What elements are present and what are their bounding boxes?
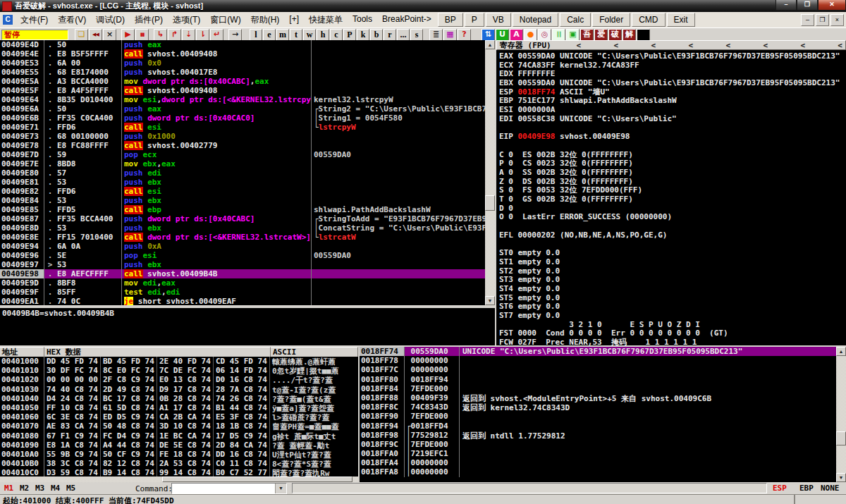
disasm-row[interactable]: 00409E8D.53push ebx│ConcatString = "C:\U… [0,223,485,233]
dump-row[interactable]: 00401000DD 45 FD 74BD 45 FD 742E 40 FD 7… [0,357,358,366]
disasm-row[interactable]: 00409E85.FFD5call ebpshlwapi.PathAddBack… [0,205,485,214]
hex-dump-rows[interactable]: 00401000DD 45 FD 74BD 45 FD 742E 40 FD 7… [0,357,358,477]
spiral-plugin-icon[interactable]: ◎ [538,29,551,41]
disasm-row[interactable]: 00409E96.5Epop esi00559DA0 [0,251,485,260]
dump-row[interactable]: 004010A055 9B C9 7450 CF C9 74FE 18 C8 7… [0,450,358,459]
monitor-plugin-icon[interactable]: ▣ [566,29,580,41]
disasm-row[interactable]: 00409E5F.E8 A4F5FFFFcall svhost.00409408 [0,86,485,95]
dump-row[interactable]: 00401050FF 10 C8 7461 5D C8 74A1 17 C8 7… [0,403,358,412]
dump-row[interactable]: 00401040D4 24 C8 74BC 17 C8 740B 28 C8 7… [0,394,358,403]
unicode-plugin-icon[interactable]: U [496,29,509,41]
menu-item[interactable]: 查看(V) [53,12,91,28]
pause-button[interactable]: ▮▮ [135,29,149,41]
record-plugin-icon[interactable]: ● [524,29,537,41]
register-line[interactable]: T 0 GS 002B 32位 0(FFFFFFFF) [499,195,846,204]
scroll-thumb[interactable] [162,477,352,482]
menu-button-vb[interactable]: VB [486,13,511,27]
disasm-row[interactable]: 00409E9D.8BF8mov edi,eax [0,278,485,288]
dump-row[interactable]: 004010606C 3E C8 74ED D5 C9 74CA 2B CA 7… [0,412,358,422]
stack-row[interactable]: 0018FFA8│00000000 [360,467,836,477]
black-square-icon[interactable] [637,29,650,41]
disasm-row[interactable]: 00409E7D.59pop ecx00559DA0 [0,150,485,159]
dump-row[interactable]: 00401090E8 1A C8 74A4 44 C8 74DE 5E C8 7… [0,441,358,450]
command-input[interactable] [172,484,275,493]
log-window-button[interactable]: l [250,29,262,41]
menu-button-cmd[interactable]: CMD [632,13,665,27]
indicator-ebp[interactable]: EBP [799,484,814,493]
close-button[interactable]: ✕ [818,0,846,11]
scroll-up-icon[interactable]: ▲ [836,347,846,356]
disasm-row[interactable]: 00409E78.E8 FC88FFFFcall svhost.00402779 [0,141,485,150]
executables-window-button[interactable]: e [263,29,276,41]
mdi-minimize-button[interactable]: – [801,14,814,26]
stack-row[interactable]: 0018FFA0│7219EFC1 [360,449,836,458]
disasm-row[interactable]: 00409E73.68 00100000push 0x1000 [0,132,485,141]
disasm-row[interactable]: 00409E55.68 E8174000push svhost.004017E8 [0,68,485,77]
patches-window-button[interactable]: P [343,29,356,41]
stack-row[interactable]: 0018FF74 00559DA0UNICODE "C:\Users\Publi… [360,347,836,356]
disasm-row[interactable]: 00409E98.E8 AEFCFFFFcall svhost.00409B4B [0,269,485,278]
run-trace-window-button[interactable]: ... [397,29,410,41]
handles-window-button[interactable]: h [317,29,329,41]
open-file-button[interactable]: ❏ [75,29,88,41]
disasm-row[interactable]: 00409E87.FF35 BCCA400push dword ptr ds:[… [0,214,485,223]
dump-row[interactable]: 00401070AE 83 CA 7450 48 C8 743D 10 C8 7… [0,422,358,431]
dropdown-arrow-icon[interactable]: ▼ [275,484,286,493]
options-button[interactable]: ≣ [429,29,443,41]
disasm-row[interactable]: 00409E7E.8BD8mov ebx,eax [0,159,485,168]
stack-row[interactable]: 0018FF8C 74C8343D返回到 kernel32.74C8343D [360,402,836,412]
stack-row[interactable]: 0018FF80 0018FF94 [360,375,836,384]
references-window-button[interactable]: r [384,29,396,41]
info-line[interactable]: 00409B4B=svhost.00409B4B [0,308,495,319]
disasm-row[interactable]: 00409E81.53push ebx [0,178,485,187]
stack-row[interactable]: 0018FF90 7EFDE000 [360,412,836,421]
goto-address-button[interactable]: → [228,29,242,41]
threads-window-button[interactable]: t [290,29,302,41]
disasm-row[interactable]: 00409E4D.50push eax [0,40,485,49]
call-stack-window-button[interactable]: k [357,29,369,41]
disassembly-scrollbar[interactable]: ▲ ▼ [485,40,495,305]
dump-ascii-header[interactable]: ASCII [271,347,358,357]
po-plugin-icon[interactable]: 破 [608,29,622,41]
execute-till-return-button[interactable]: ↵ [210,29,223,41]
breakpoints-window-button[interactable]: b [370,29,383,41]
menu-button-exit[interactable]: Exit [667,13,695,27]
dump-row[interactable]: 0040103074 40 C8 742D 49 C8 74D9 17 C8 7… [0,385,358,394]
help-button[interactable]: ? [458,29,471,41]
menu-button-bp[interactable]: BP [438,13,463,27]
disasm-row[interactable]: 00409E53.6A 00push 0x0 [0,59,485,68]
ascii-plugin-icon[interactable]: A [510,29,523,41]
step-over-button[interactable]: ↱ [168,29,181,41]
disasm-row[interactable]: 00409E5A.A3 BCCA4000mov dword ptr ds:[0x… [0,77,485,86]
source-window-button[interactable]: s [410,29,423,41]
bars-plugin-icon[interactable]: ║║ [552,29,565,41]
menu-item[interactable]: 窗口(W) [205,12,245,28]
disasm-row[interactable]: 00409E84.53push ebx [0,196,485,205]
cpu-window-button[interactable]: c [330,29,343,41]
stack-row[interactable]: 0018FFA4│00000000 [360,458,836,467]
disasm-row[interactable]: 00409E4E.E8 B5F5FFFFcall svhost.00409408 [0,49,485,59]
scroll-up-icon[interactable]: ▲ [485,40,495,49]
dump-row[interactable]: 0040102000 00 00 002F C8 C9 74E0 13 C8 7… [0,375,358,384]
stack-rows[interactable]: 0018FF74 00559DA0UNICODE "C:\Users\Publi… [360,347,836,477]
memory-tab-m5[interactable]: M5 [66,484,75,493]
restart-button[interactable]: ◀◀ [89,29,102,41]
dump-hex-header[interactable]: HEX 数据 [44,347,271,357]
stack-row[interactable]: 0018FF98│77529812返回到 ntdll_1.77529812 [360,431,836,440]
disasm-row[interactable]: 00409E71.FFD6call esi└lstrcpyW [0,123,485,132]
appearance-button[interactable]: ▦ [443,29,457,41]
memory-window-button[interactable]: m [276,29,289,41]
trace-over-button[interactable]: ⇂ [196,29,209,41]
menu-item[interactable]: 插件(P) [130,12,168,28]
disasm-row[interactable]: 00409E80.57push edi [0,168,485,178]
trace-into-button[interactable]: ⇣ [182,29,195,41]
disasm-row[interactable]: 00409E6B.FF35 C0CA400push dword ptr ds:[… [0,113,485,123]
close-program-button[interactable]: × [103,29,116,41]
run-button[interactable]: ▶ [121,29,135,41]
menu-item[interactable]: 文件(F) [16,12,53,28]
register-line[interactable]: FCW 027F Prec NEAR,53 掩码 1 1 1 1 1 1 [499,338,846,348]
minimize-button[interactable]: – [776,0,797,11]
indicator-esp[interactable]: ESP [773,484,787,493]
menu-button-calc[interactable]: Calc [560,13,591,27]
menu-item[interactable]: [+] [284,12,304,28]
